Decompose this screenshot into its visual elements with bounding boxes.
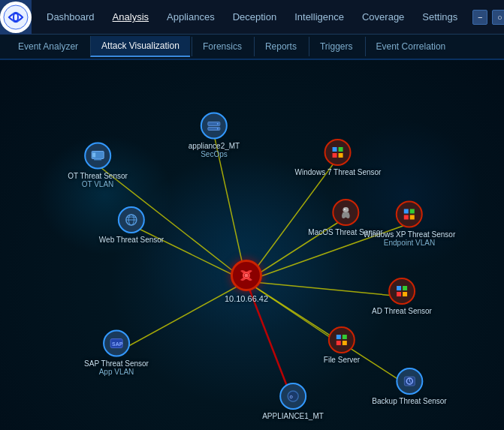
backup-threat-label: Backup Threat Sensor: [372, 397, 446, 405]
attacker-icon: [231, 260, 262, 291]
node-file-server[interactable]: File Server: [324, 326, 360, 364]
ad-threat-icon: [388, 278, 415, 305]
nav-analysis[interactable]: Analysis: [105, 7, 156, 27]
sap-threat-label: SAP Threat Sensor: [84, 359, 149, 368]
node-ad-threat[interactable]: AD Threat Sensor: [372, 278, 432, 315]
svg-text:SAP: SAP: [112, 341, 123, 347]
svg-rect-17: [92, 153, 95, 158]
node-ot-threat[interactable]: OT Threat Sensor OT VLAN: [68, 143, 128, 188]
top-navigation: Dashboard Analysis Appliances Deception …: [0, 0, 504, 35]
svg-rect-30: [339, 153, 343, 158]
file-server-icon: [328, 326, 355, 353]
ot-threat-icon: [84, 143, 111, 170]
ad-threat-label: AD Threat Sensor: [372, 307, 432, 315]
win7-threat-label: Windows 7 Threat Sensor: [295, 168, 382, 176]
web-threat-label: Web Threat Sensor: [99, 236, 164, 244]
appliance2-label: appliance2_MT: [189, 142, 240, 150]
svg-point-0: [4, 5, 28, 29]
svg-point-25: [217, 123, 219, 125]
nav-controls: − ○: [472, 10, 504, 25]
file-server-label: File Server: [324, 356, 360, 364]
endpoint-vlan-label: Endpoint VLAN: [384, 239, 435, 247]
node-backup-threat[interactable]: Backup Threat Sensor: [372, 368, 446, 405]
appliance1-icon: ⚙: [279, 383, 306, 410]
svg-rect-28: [339, 147, 343, 152]
svg-point-31: [344, 209, 346, 210]
appliance2-icon: [201, 113, 228, 140]
nav-deception[interactable]: Deception: [225, 7, 285, 27]
svg-text:⚙: ⚙: [289, 395, 293, 399]
backup-threat-icon: [396, 368, 423, 395]
svg-rect-37: [403, 286, 407, 290]
ot-threat-label: OT Threat Sensor: [68, 172, 128, 180]
minimize-button[interactable]: −: [472, 10, 487, 25]
node-web-threat[interactable]: Web Threat Sensor: [99, 206, 164, 244]
logo-icon: [0, 2, 32, 33]
sub-navigation: Event Analyzer Attack Visualization Fore…: [0, 35, 504, 60]
node-win7-threat[interactable]: Windows 7 Threat Sensor: [295, 139, 382, 176]
svg-rect-32: [404, 209, 409, 214]
node-appliance2[interactable]: appliance2_MT SecOps: [189, 113, 240, 158]
tab-triggers[interactable]: Triggers: [309, 37, 364, 56]
web-threat-icon: [118, 206, 145, 233]
winxp-threat-label: Windows XP Threat Sensor: [364, 230, 455, 239]
secops-label: SecOps: [201, 150, 228, 158]
node-winxp-threat[interactable]: Windows XP Threat Sensor Endpoint VLAN: [364, 201, 455, 247]
appliance1-label: APPLIANCE1_MT: [262, 412, 324, 420]
macos-threat-icon: [332, 199, 359, 226]
center-node[interactable]: 10.10.66.42: [225, 260, 268, 303]
tab-event-analyzer[interactable]: Event Analyzer: [8, 37, 89, 56]
tab-event-correlation[interactable]: Event Correlation: [365, 37, 457, 56]
node-appliance1[interactable]: ⚙ APPLIANCE1_MT: [262, 383, 324, 420]
svg-rect-43: [343, 341, 347, 345]
win7-threat-icon: [324, 139, 352, 166]
nav-settings[interactable]: Settings: [415, 7, 465, 27]
nav-coverage[interactable]: Coverage: [355, 7, 412, 27]
svg-rect-16: [94, 159, 101, 161]
tab-reports[interactable]: Reports: [254, 37, 307, 56]
svg-rect-34: [404, 215, 409, 220]
svg-rect-40: [337, 335, 341, 339]
nav-dashboard[interactable]: Dashboard: [39, 7, 102, 27]
sap-threat-icon: SAP: [103, 330, 130, 357]
tab-forensics[interactable]: Forensics: [192, 37, 252, 56]
logo-area: [0, 0, 32, 35]
svg-rect-38: [397, 292, 401, 296]
svg-rect-42: [337, 341, 341, 345]
app-vlan-label: App VLAN: [99, 368, 134, 376]
svg-rect-39: [403, 292, 407, 296]
svg-rect-27: [333, 147, 337, 152]
node-sap-threat[interactable]: SAP SAP Threat Sensor App VLAN: [84, 330, 149, 376]
svg-rect-35: [410, 215, 415, 220]
nav-intelligence[interactable]: Intelligence: [287, 7, 352, 27]
circle-button[interactable]: ○: [492, 10, 504, 25]
svg-point-26: [217, 128, 219, 130]
nav-appliances[interactable]: Appliances: [159, 7, 222, 27]
ot-vlan-label: OT VLAN: [82, 180, 114, 188]
svg-rect-36: [397, 286, 401, 290]
svg-rect-41: [343, 335, 347, 339]
svg-rect-33: [410, 209, 415, 214]
tab-attack-visualization[interactable]: Attack Visualization: [90, 36, 190, 57]
center-node-label: 10.10.66.42: [225, 294, 268, 303]
svg-rect-29: [333, 153, 337, 158]
svg-point-14: [245, 274, 249, 278]
visualization-area: 10.10.66.42 OT Threat Sensor OT VLAN Web…: [0, 60, 504, 430]
winxp-threat-icon: [396, 201, 423, 228]
nav-items: Dashboard Analysis Appliances Deception …: [32, 7, 472, 27]
